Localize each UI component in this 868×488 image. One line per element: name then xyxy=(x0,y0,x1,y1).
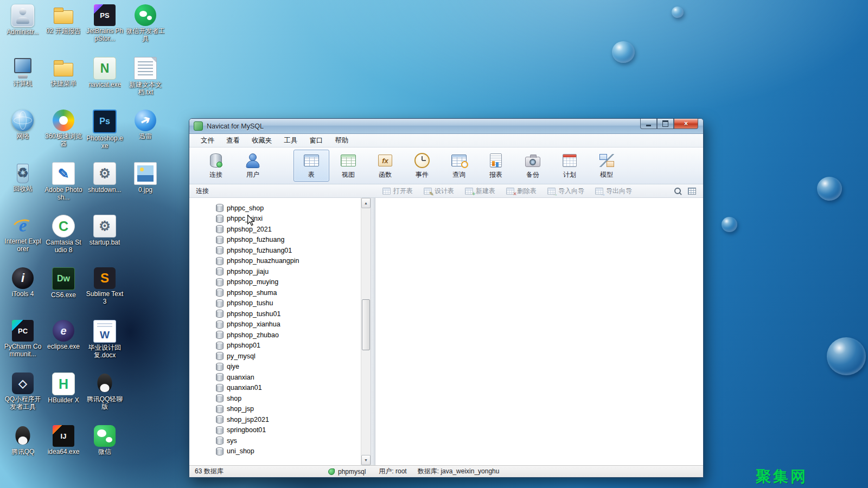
action-item[interactable]: +新建表 xyxy=(459,187,501,196)
toolbar-item-button[interactable]: 备份 xyxy=(515,150,551,182)
tree-item-phpshop-huazhuangpin[interactable]: phpshop_huazhuangpin xyxy=(189,256,361,267)
tree-item-shop[interactable]: shop xyxy=(189,393,361,404)
minimize-button-icon[interactable] xyxy=(640,119,657,129)
database-name: py_mysql xyxy=(227,352,256,360)
action-item[interactable]: 打开表 xyxy=(377,187,418,196)
toolbar-item-button[interactable]: 事件 xyxy=(404,150,440,182)
tree-item-shop-jsp2021[interactable]: shop_jsp2021 xyxy=(189,414,361,425)
desktop-icon-item[interactable]: 快捷菜单 xyxy=(44,57,83,110)
desktop-icon-itools-4[interactable]: iiTools 4 xyxy=(3,267,42,320)
desktop-icon-camtasia-studio-8[interactable]: CCamtasia Studio 8 xyxy=(44,215,83,267)
tree-item-phpshop-jiaju[interactable]: phpshop_jiaju xyxy=(189,266,361,277)
tree-item-phpshop-2021[interactable]: phpshop_2021 xyxy=(189,224,361,235)
toolbar-item-button[interactable]: 计划 xyxy=(552,150,588,182)
maximize-button-icon[interactable] xyxy=(657,119,674,129)
scrollbar-thumb[interactable] xyxy=(362,299,370,350)
wechat-icon xyxy=(94,425,116,447)
tree-item-springboot01[interactable]: springboot01 xyxy=(189,425,361,436)
toolbar-item-button[interactable]: 报表 xyxy=(478,150,514,182)
table-icon xyxy=(303,152,320,169)
desktop-icon-item[interactable]: 微信开发者工具 xyxy=(126,4,165,57)
toolbar-item-button[interactable]: 表 xyxy=(293,150,329,182)
action-item[interactable]: ×删除表 xyxy=(501,187,542,196)
tree-item-phpshop-fuzhuang01[interactable]: phpshop_fuzhuang01 xyxy=(189,245,361,256)
toolbar-item-button[interactable]: 用户 xyxy=(235,150,271,182)
toolbar-item-button[interactable]: 模型 xyxy=(589,150,624,182)
grid-view-icon[interactable] xyxy=(688,188,696,195)
desktop-icon-item[interactable]: ♻回收站 xyxy=(3,162,42,215)
database-name: quanxian01 xyxy=(227,384,262,391)
search-icon[interactable] xyxy=(674,188,681,194)
tree-item-phppc-xinxi[interactable]: phppc_xinxi xyxy=(189,214,361,224)
desktop-icon-pycharm-communit[interactable]: PCPyCharm Communit... xyxy=(3,320,42,373)
menu-item[interactable]: 查看 xyxy=(221,134,245,147)
tree-item-phpshop-tushu01[interactable]: phpshop_tushu01 xyxy=(189,309,361,319)
desktop-icon-photoshop-exe[interactable]: PsPhotoshop.exe xyxy=(85,110,124,162)
desktop-icon-item[interactable]: 微信 xyxy=(85,425,124,478)
desktop-icon-label: CS6.exe xyxy=(51,292,76,299)
desktop-icon-startup-bat[interactable]: ⚙startup.bat xyxy=(85,215,124,267)
desktop-icon-eclipse-exe[interactable]: eeclipse.exe xyxy=(44,320,83,373)
tree-item-phpshop-zhubao[interactable]: phpshop_zhubao xyxy=(189,330,361,341)
desktop-icon-docx[interactable]: W毕业设计回复.docx xyxy=(85,320,124,373)
tree-item-phpshop01[interactable]: phpshop01 xyxy=(189,341,361,351)
desktop-icon-qq[interactable]: 腾讯QQ轻聊版 xyxy=(85,373,124,425)
panel-splitter[interactable] xyxy=(371,198,375,465)
menu-item[interactable]: 帮助 xyxy=(330,134,354,147)
desktop-icon-360[interactable]: 360极速浏览器 xyxy=(44,110,83,162)
tree-item-sys[interactable]: sys xyxy=(189,435,361,446)
tree-item-phpshop-fuzhuang[interactable]: phpshop_fuzhuang xyxy=(189,235,361,246)
action-item[interactable]: →导入向导 xyxy=(542,187,590,196)
scrollbar-track[interactable] xyxy=(361,208,371,455)
tree-item-phpshop-muying[interactable]: phpshop_muying xyxy=(189,277,361,288)
action-item[interactable]: ✎设计表 xyxy=(418,187,459,196)
desktop-icon-internet-explorer[interactable]: eInternet Explorer xyxy=(3,215,42,267)
toolbar-item-button[interactable]: 查询 xyxy=(441,150,477,182)
desktop-icon-adobe-photosh[interactable]: ✎Adobe Photosh... xyxy=(44,162,83,215)
tree-item-quanxian[interactable]: quanxian xyxy=(189,372,361,383)
desktop-icon-0-jpg[interactable]: 0.jpg xyxy=(126,162,165,215)
desktop-icon-cs6-exe[interactable]: DwCS6.exe xyxy=(44,267,83,320)
action-item[interactable]: →导出向导 xyxy=(590,187,637,196)
scroll-down-icon[interactable]: ▼ xyxy=(361,455,371,465)
tree-item-quanxian01[interactable]: quanxian01 xyxy=(189,383,361,394)
desktop-icon-shutdown[interactable]: ⚙shutdown... xyxy=(85,162,124,215)
window-titlebar[interactable]: Navicat for MySQL × xyxy=(189,119,703,134)
desktop-icon-item[interactable]: 网络 xyxy=(3,110,42,162)
design-table-icon: ✎ xyxy=(424,188,432,195)
menu-item[interactable]: 工具 xyxy=(279,134,303,147)
tree-item-phpshop-xianhua[interactable]: phpshop_xianhua xyxy=(189,319,361,330)
connection-icon xyxy=(207,152,225,169)
desktop-icon-qq[interactable]: 腾讯QQ xyxy=(3,425,42,478)
tree-item-qiye[interactable]: qiye xyxy=(189,362,361,373)
toolbar-item-button[interactable]: 视图 xyxy=(330,150,366,182)
toolbar-item-button[interactable]: 连接 xyxy=(198,150,234,182)
menu-item[interactable]: 收藏夹 xyxy=(246,134,278,147)
tree-item-phpshop-tushu[interactable]: phpshop_tushu xyxy=(189,298,361,309)
desktop-column: 微信开发者工具新建文本文档.txt➔迅雷0.jpg xyxy=(126,4,165,215)
toolbar-item-button[interactable]: 函数 xyxy=(367,150,403,182)
desktop-icon-sublime-text-3[interactable]: SSublime Text 3 xyxy=(85,267,124,320)
desktop-icon-idea64-exe[interactable]: IJidea64.exe xyxy=(44,425,83,478)
desktop-icon-txt[interactable]: 新建文本文档.txt xyxy=(126,57,165,110)
desktop-icon-qq[interactable]: ◇QQ小程序开发者工具 xyxy=(3,373,42,425)
close-button-icon[interactable]: × xyxy=(674,119,698,129)
tree-item-uni-shop[interactable]: uni_shop xyxy=(189,446,361,457)
tree-item-phpshop-shuma[interactable]: phpshop_shuma xyxy=(189,287,361,298)
desktop-icon-02[interactable]: 02 开题报告 xyxy=(44,4,83,57)
desktop-icon-administr[interactable]: Administr... xyxy=(3,4,42,57)
desktop-icon-item[interactable]: 计算机 xyxy=(3,57,42,110)
desktop-icon-jetbrains-phpstor[interactable]: PSJetBrains PhpStor... xyxy=(85,4,124,57)
tree-item-shop-jsp[interactable]: shop_jsp xyxy=(189,404,361,415)
tree-item-py-mysql[interactable]: py_mysql xyxy=(189,351,361,362)
desktop-icon-navicat-exe[interactable]: Nnavicat.exe xyxy=(85,57,124,110)
tree-item-phppc-shop[interactable]: phppc_shop xyxy=(189,203,361,214)
function-icon xyxy=(378,155,392,166)
scroll-up-icon[interactable]: ▲ xyxy=(361,198,371,208)
camtasia-icon: C xyxy=(52,215,75,237)
desktop-icon-hbuilder-x[interactable]: HHBuilder X xyxy=(44,373,83,425)
desktop-icon-item[interactable]: ➔迅雷 xyxy=(126,110,165,162)
menu-item[interactable]: 文件 xyxy=(195,134,220,147)
menu-item[interactable]: 窗口 xyxy=(304,134,329,147)
window-controls: × xyxy=(640,119,698,129)
